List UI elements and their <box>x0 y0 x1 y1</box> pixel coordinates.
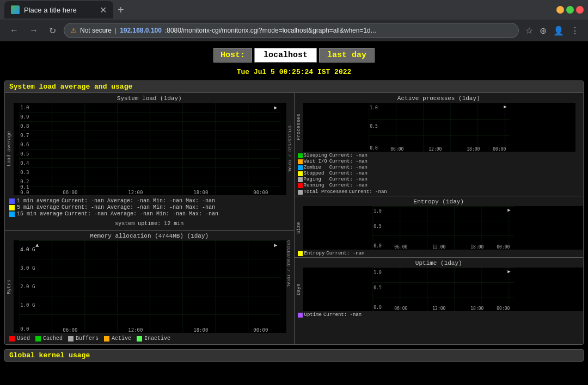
nav-icon-group: ☆ ⊕ 👤 ⋮ <box>523 24 581 37</box>
system-load-area: Load average 1.0 0.9 0.8 0.7 <box>5 103 294 195</box>
uptime-text: system uptime: 12 min <box>5 220 294 228</box>
legend-stat-1min: Current: -nan Average: -nan Min: -nan Ma… <box>62 198 215 204</box>
svg-text:0.5: 0.5 <box>20 151 29 157</box>
svg-text:1.0: 1.0 <box>373 270 382 275</box>
waitio-color <box>298 159 303 164</box>
memory-area: Bytes 4.0 G 4.0 G 3.0 G 2.0 G 1.0 G <box>5 240 294 333</box>
active-tab[interactable]: Place a title here ✕ <box>4 1 113 18</box>
address-bar[interactable]: ⚠ Not secure | 192.168.0.100 :8080/monit… <box>64 23 519 38</box>
svg-text:▶: ▶ <box>504 104 507 110</box>
system-load-right-label: CYCLES/SEC / TOTAL <box>286 103 294 195</box>
maximize-button[interactable] <box>566 6 574 14</box>
new-tab-button[interactable]: + <box>113 4 128 16</box>
address-host: 192.168.0.100 <box>120 27 162 34</box>
host-period: last day <box>319 48 375 63</box>
forward-button[interactable]: → <box>26 24 41 36</box>
cycles-label: CYCLES/SEC / TOTAL <box>287 126 292 172</box>
ap-total-stat: Current: -nan <box>349 189 387 195</box>
ap-paging-stat: Current: -nan <box>329 177 580 182</box>
legend-stat-5min: Current: -nan Average: -nan Min: -nan Ma… <box>62 204 215 210</box>
svg-text:0.3: 0.3 <box>20 170 29 175</box>
active-processes-title: Active processes (1day) <box>295 93 584 103</box>
memory-cycles-label: CYCLES/SEC / TOTAL <box>286 240 291 287</box>
navigation-bar: ← → ↻ ⚠ Not secure | 192.168.0.100 :8080… <box>0 20 588 41</box>
svg-text:00:00: 00:00 <box>497 245 510 250</box>
svg-text:0.5: 0.5 <box>373 285 382 290</box>
uptime-stat: Current: -nan <box>323 312 362 318</box>
menu-button[interactable]: ⋮ <box>568 24 581 37</box>
svg-text:0.0: 0.0 <box>20 326 29 332</box>
legend-cached: Cached <box>43 336 63 341</box>
memory-legend: Used Cached Buffers Active Inactive <box>5 333 294 344</box>
uptime-y-label: Days <box>295 268 303 311</box>
zombie-color <box>298 165 303 170</box>
svg-text:0.2: 0.2 <box>20 179 29 184</box>
memory-chart: Memory allocation (4744MB) (1day) Bytes … <box>5 231 294 344</box>
svg-rect-39 <box>372 206 514 250</box>
svg-text:18:00: 18:00 <box>193 327 208 333</box>
system-load-legend: 1 min average Current: -nan Average: -na… <box>5 195 294 220</box>
svg-text:12:00: 12:00 <box>432 306 445 311</box>
memory-y-label: Bytes <box>5 240 14 333</box>
svg-text:0.6: 0.6 <box>20 142 29 147</box>
memory-svg: 4.0 G 4.0 G 3.0 G 2.0 G 1.0 G 0.0 06:00 … <box>14 240 286 333</box>
not-secure-label: Not secure <box>80 27 112 34</box>
svg-text:0.9: 0.9 <box>20 114 29 120</box>
bookmark-button[interactable]: ☆ <box>523 24 535 37</box>
active-processes-graph: 1.0 0.5 0.0 06:00 12:00 18:00 00:00 ▶ <box>303 103 576 152</box>
legend-row-3: 15 min average Current: -nan Average: -n… <box>9 211 290 217</box>
svg-text:00:00: 00:00 <box>253 327 268 333</box>
entropy-label: Entropy <box>304 251 325 256</box>
tab-title: Place a title here <box>24 6 95 14</box>
legend-buffers: Buffers <box>76 336 99 341</box>
svg-text:1.0: 1.0 <box>370 105 378 110</box>
tab-close-button[interactable]: ✕ <box>100 5 107 15</box>
svg-text:18:00: 18:00 <box>470 245 483 250</box>
active-processes-svg: 1.0 0.5 0.0 06:00 12:00 18:00 00:00 ▶ <box>303 103 576 152</box>
svg-text:1.0: 1.0 <box>20 105 29 110</box>
refresh-button[interactable]: ↻ <box>46 24 59 37</box>
minimize-button[interactable] <box>556 6 564 14</box>
system-load-section: System load average and usage System loa… <box>4 80 584 345</box>
legend-used-color <box>9 336 15 341</box>
profile-button[interactable]: 👤 <box>551 24 566 37</box>
entropy-svg: 1.0 0.5 0.0 06:00 12:00 18:00 00:00 ▶ <box>303 206 584 250</box>
ap-paging: Paging <box>298 177 327 182</box>
security-icon: ⚠ <box>71 27 77 34</box>
svg-text:1.0 G: 1.0 G <box>20 302 35 308</box>
svg-text:12:00: 12:00 <box>432 245 445 250</box>
uptime-legend: Uptime Current: -nan <box>295 311 584 319</box>
host-bar: Host: localhost last day <box>0 41 588 66</box>
ap-legend: Sleeping Current: -nan Wait I/O Current:… <box>295 152 584 196</box>
entropy-area: Size 1.0 0.5 0.0 06:00 12:00 18:00 <box>295 206 584 250</box>
svg-text:12:00: 12:00 <box>428 147 442 152</box>
extensions-button[interactable]: ⊕ <box>537 24 549 37</box>
sleeping-color <box>298 153 303 158</box>
ap-total-row: Total Processes Current: -nan <box>298 189 580 195</box>
entropy-chart: Entropy (1day) Size 1.0 0.5 0.0 06:00 <box>295 196 584 258</box>
ap-waitio-stat: Current: -nan <box>329 159 580 164</box>
host-value: localhost <box>254 48 317 63</box>
entropy-y-label: Size <box>295 206 303 250</box>
legend-inactive: Inactive <box>144 336 170 341</box>
address-path: :8080/monitorix-cgi/monitorix.cgi?mode=l… <box>165 27 376 34</box>
legend-color-1min <box>9 198 15 204</box>
ap-sleeping-stat: Current: -nan <box>329 153 580 158</box>
svg-rect-17 <box>19 240 280 333</box>
memory-legend-row: Used Cached Buffers Active Inactive <box>9 336 290 341</box>
section-title: System load average and usage <box>5 81 583 93</box>
svg-text:0.0: 0.0 <box>370 146 378 151</box>
svg-text:▶: ▶ <box>274 243 277 249</box>
legend-color-5min <box>9 205 15 210</box>
system-load-chart: System load (1day) Load average 1.0 0.9 <box>5 93 294 231</box>
svg-text:06:00: 06:00 <box>394 245 407 250</box>
svg-text:06:00: 06:00 <box>390 147 403 152</box>
close-button[interactable] <box>576 6 584 14</box>
host-label: Host: <box>213 48 252 63</box>
left-charts: System load (1day) Load average 1.0 0.9 <box>5 93 294 344</box>
ap-stopped: Stopped <box>298 171 327 176</box>
entropy-title: Entropy (1day) <box>295 196 584 206</box>
uptime-chart: Uptime (1day) Days 1.0 0.5 0.0 06:00 <box>295 258 584 319</box>
back-button[interactable]: ← <box>7 24 22 36</box>
system-load-graph: 1.0 0.9 0.8 0.7 0.6 0.5 0.4 0.3 0.2 0.1 <box>14 103 286 195</box>
